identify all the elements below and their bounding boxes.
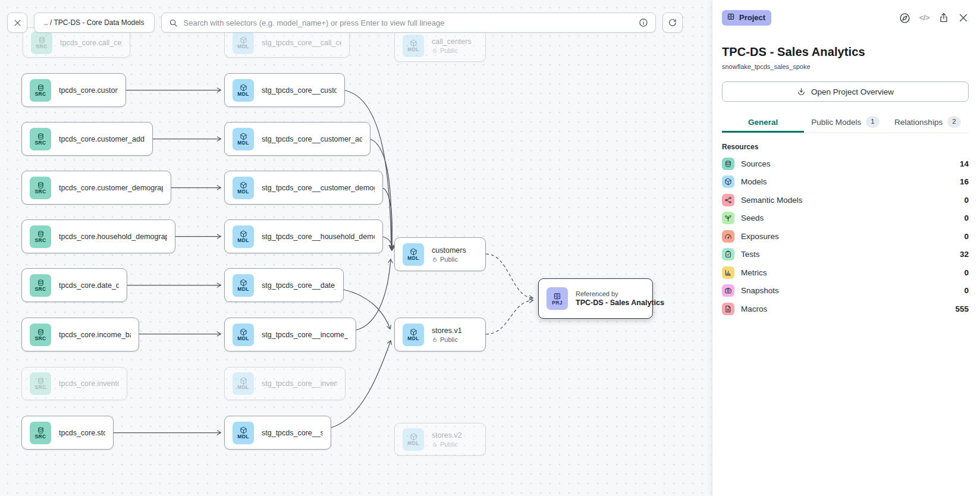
resource-count: 32	[960, 250, 969, 259]
public-model-node[interactable]: MDLstores.v1Public	[394, 318, 486, 351]
resources-header: Resources	[722, 143, 969, 151]
source-node[interactable]: SRCtpcds_core.inventory	[21, 367, 127, 400]
breadcrumb[interactable]: .. / TPC-DS - Core Data Models	[34, 12, 155, 33]
public-model-node[interactable]: MDLstores.v2Public	[394, 423, 486, 456]
tab-public-models[interactable]: Public Models1	[804, 113, 886, 133]
resources-list: Sources14Models16Semantic Models0Seeds0E…	[722, 155, 969, 318]
search-icon	[169, 18, 178, 27]
model-node[interactable]: MDLstg_tpcds_core__customer_address	[224, 122, 370, 156]
share-icon[interactable]	[938, 12, 949, 23]
open-project-overview-label: Open Project Overview	[811, 87, 894, 96]
source-node[interactable]: SRCtpcds_core.customer	[21, 73, 126, 107]
model-node[interactable]: MDLstg_tpcds_core__date_dim	[224, 268, 344, 302]
tab-label: Relationships	[894, 118, 943, 127]
mdl-badge-icon: MDL	[233, 225, 254, 248]
refresh-button[interactable]	[662, 12, 683, 33]
mdl-badge-icon: MDL	[233, 32, 254, 54]
close-lineage-button[interactable]	[7, 12, 27, 33]
model-node[interactable]: MDLstg_tpcds_core__household_demogr...	[224, 219, 383, 253]
panel-title: TPC-DS - Sales Analytics	[722, 45, 969, 59]
resource-row-sources[interactable]: Sources14	[722, 155, 969, 173]
tab-general[interactable]: General	[722, 113, 804, 133]
mdl-badge-icon: MDL	[403, 428, 424, 451]
tab-label: Public Models	[811, 118, 861, 127]
resource-row-snapshots[interactable]: Snapshots0	[722, 282, 969, 300]
resource-label: Exposures	[741, 232, 957, 241]
node-access-label: Public	[440, 256, 458, 263]
resource-row-exposures[interactable]: Exposures0	[722, 227, 969, 246]
app-window: SRCtpcds_core.call_centerSRCtpcds_core.c…	[0, 0, 980, 496]
panel-tabs: GeneralPublic Models1Relationships2	[722, 113, 969, 133]
resource-row-macros[interactable]: Macros555	[722, 300, 969, 318]
resource-row-metrics[interactable]: Metrics0	[722, 263, 969, 282]
lineage-edge	[486, 300, 533, 334]
test-icon	[722, 248, 734, 260]
source-node[interactable]: SRCtpcds_core.customer_address	[21, 122, 153, 156]
explore-compass-icon[interactable]	[899, 12, 910, 24]
resource-count: 555	[955, 304, 969, 313]
node-label: tpcds_core.customer	[59, 86, 118, 95]
tab-count-badge: 1	[866, 116, 879, 128]
toolbar: .. / TPC-DS - Core Data Models	[7, 12, 683, 33]
macro-icon	[722, 303, 734, 315]
resource-count: 0	[964, 214, 969, 222]
node-label: TPC-DS - Sales Analytics	[576, 299, 645, 307]
project-type-badge: Project	[722, 10, 771, 26]
node-access-label: Public	[440, 441, 458, 448]
resource-row-tests[interactable]: Tests32	[722, 246, 969, 264]
model-node[interactable]: MDLstg_tpcds_core__income_band	[224, 318, 356, 351]
resource-count: 0	[964, 196, 969, 205]
node-label: stg_tpcds_core__call_center	[262, 39, 341, 47]
resource-label: Snapshots	[741, 286, 957, 295]
node-label: customers	[432, 246, 466, 255]
resource-row-models[interactable]: Models16	[722, 173, 969, 192]
mdl-badge-icon: MDL	[233, 422, 254, 444]
model-node[interactable]: MDLstg_tpcds_core__store	[224, 416, 331, 450]
info-icon[interactable]	[639, 18, 648, 27]
tab-label: General	[748, 118, 778, 127]
node-label: stg_tpcds_core__income_band	[262, 331, 348, 339]
mdl-badge-icon: MDL	[233, 372, 254, 395]
model-node[interactable]: MDLstg_tpcds_core__customer	[224, 73, 345, 107]
resource-row-semantic-models[interactable]: Semantic Models0	[722, 191, 969, 209]
tab-relationships[interactable]: Relationships2	[887, 113, 969, 133]
src-badge-icon: SRC	[30, 225, 51, 248]
node-label: stores.v1	[432, 327, 462, 335]
refresh-icon	[668, 18, 677, 27]
resource-row-seeds[interactable]: Seeds0	[722, 209, 969, 228]
source-node[interactable]: SRCtpcds_core.date_dim	[21, 268, 127, 302]
node-label: stg_tpcds_core__customer_demogra...	[262, 184, 375, 192]
mdl-badge-icon: MDL	[233, 79, 254, 102]
lineage-canvas[interactable]: SRCtpcds_core.call_centerSRCtpcds_core.c…	[0, 0, 712, 496]
model-node[interactable]: MDLstg_tpcds_core__customer_demogra...	[224, 171, 383, 205]
panel-close-icon[interactable]	[958, 12, 969, 23]
node-label: stg_tpcds_core__customer	[262, 86, 337, 95]
open-project-overview-button[interactable]: Open Project Overview	[722, 81, 969, 102]
source-node[interactable]: SRCtpcds_core.income_band	[21, 318, 139, 351]
code-icon[interactable]: </>	[919, 12, 929, 23]
resource-label: Tests	[741, 250, 953, 259]
public-model-node[interactable]: MDLcall_centersPublic	[394, 30, 486, 62]
model-node[interactable]: MDLstg_tpcds_core__inventory	[224, 367, 345, 400]
search-input[interactable]	[183, 18, 634, 28]
resource-count: 16	[960, 177, 969, 186]
panel-subtitle: snowflake_tpcds_sales_spoke	[722, 63, 969, 70]
lineage-edge	[486, 254, 533, 298]
node-label: tpcds_core.customer_demographics	[59, 184, 163, 192]
node-label: stg_tpcds_core__date_dim	[262, 281, 335, 290]
resource-label: Macros	[741, 304, 948, 313]
project-node[interactable]: PRJReferenced byTPC-DS - Sales Analytics	[538, 278, 653, 319]
node-label: tpcds_core.store	[59, 429, 105, 437]
source-node[interactable]: SRCtpcds_core.store	[21, 416, 114, 450]
resource-label: Models	[741, 177, 953, 186]
source-node[interactable]: SRCtpcds_core.customer_demographics	[21, 171, 171, 205]
mdl-badge-icon: MDL	[233, 324, 254, 346]
src-badge-icon: SRC	[30, 422, 51, 444]
source-node[interactable]: SRCtpcds_core.household_demographics	[21, 219, 175, 253]
node-label: call_centers	[432, 37, 472, 46]
mdl-badge-icon: MDL	[233, 177, 254, 199]
model-icon	[722, 175, 734, 188]
node-label: tpcds_core.customer_address	[59, 135, 145, 143]
public-model-node[interactable]: MDLcustomersPublic	[394, 237, 486, 271]
lock-open-icon	[432, 441, 438, 447]
